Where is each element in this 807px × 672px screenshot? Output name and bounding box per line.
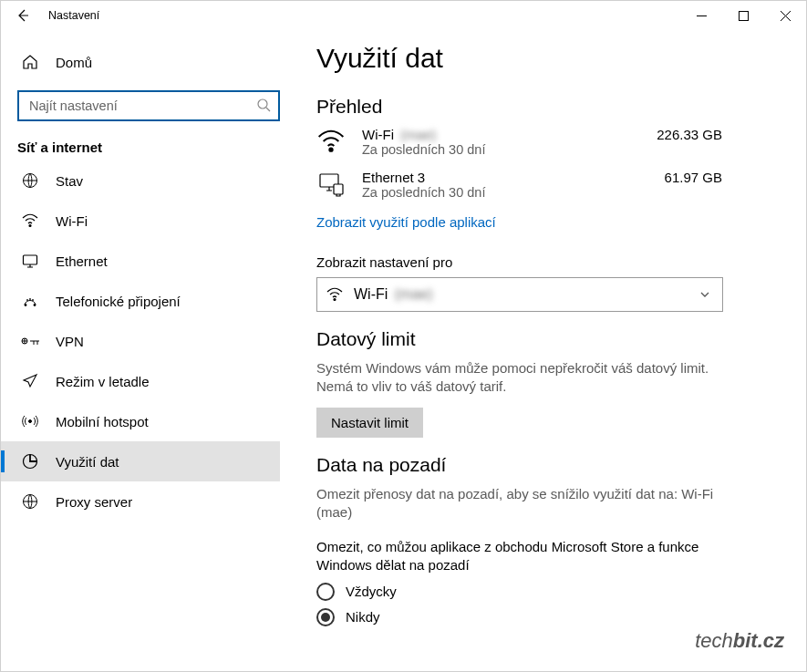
- overview-name: Wi-Fi (mae): [362, 127, 640, 142]
- home-icon: [21, 53, 39, 71]
- data-limit-desc: Systém Windows vám může pomoci nepřekroč…: [316, 359, 727, 397]
- svg-rect-4: [24, 255, 37, 264]
- maximize-icon: [739, 11, 749, 21]
- svg-point-9: [33, 300, 34, 301]
- ethernet-icon: [21, 252, 39, 270]
- data-limit-heading: Datový limit: [316, 328, 786, 350]
- sidebar-item-proxy[interactable]: Proxy server: [17, 481, 295, 522]
- sidebar-item-datausage[interactable]: Využití dat: [1, 441, 280, 481]
- overview-row-wifi: Wi-Fi (mae) Za posledních 30 dní 226.33 …: [316, 127, 786, 157]
- per-app-usage-link[interactable]: Zobrazit využití podle aplikací: [316, 214, 496, 230]
- sidebar-item-label: Ethernet: [56, 253, 108, 269]
- svg-point-6: [34, 305, 36, 306]
- search-input[interactable]: [17, 90, 280, 121]
- vpn-icon: [21, 332, 39, 350]
- background-data-heading: Data na pozadí: [316, 454, 786, 476]
- sidebar-item-label: Telefonické připojení: [56, 294, 181, 309]
- dialup-icon: [21, 292, 39, 310]
- network-dropdown[interactable]: Wi-Fi (mae): [316, 277, 723, 312]
- radio-always[interactable]: Vždycky: [316, 583, 786, 601]
- overview-value: 226.33 GB: [657, 127, 786, 142]
- sidebar-item-label: Stav: [56, 173, 83, 189]
- sidebar-item-label: Proxy server: [56, 494, 132, 510]
- svg-point-3: [29, 225, 31, 227]
- minimize-icon: [697, 11, 707, 21]
- sidebar-item-home[interactable]: Domů: [17, 45, 295, 79]
- sidebar-item-label: Režim v letadle: [56, 374, 150, 389]
- sidebar-item-vpn[interactable]: VPN: [17, 321, 295, 361]
- overview-value: 61.97 GB: [665, 170, 786, 185]
- svg-point-14: [329, 149, 332, 151]
- main-content: Využití dat Přehled Wi-Fi (mae) Za posle…: [295, 30, 806, 671]
- window-controls: [680, 1, 806, 30]
- overview-name: Ethernet 3: [362, 170, 648, 185]
- maximize-button[interactable]: [722, 1, 764, 30]
- svg-rect-0: [739, 11, 748, 20]
- svg-point-11: [29, 420, 32, 423]
- globe-icon: [21, 171, 39, 190]
- wifi-icon: [316, 127, 346, 156]
- ethernet-lg-icon: [316, 170, 346, 199]
- datausage-icon: [21, 452, 39, 470]
- background-limit-label: Omezit, co můžou aplikace z obchodu Micr…: [316, 538, 718, 575]
- svg-point-8: [27, 300, 28, 301]
- close-button[interactable]: [764, 1, 806, 30]
- overview-sub: Za posledních 30 dní: [362, 142, 640, 157]
- hotspot-icon: [21, 412, 39, 430]
- overview-sub: Za posledních 30 dní: [362, 185, 648, 200]
- svg-rect-16: [334, 184, 343, 194]
- sidebar-item-airplane[interactable]: Režim v letadle: [17, 361, 295, 401]
- show-settings-for-label: Zobrazit nastavení pro: [316, 254, 786, 270]
- set-limit-button[interactable]: Nastavit limit: [316, 408, 423, 438]
- sidebar-category: Síť a internet: [17, 140, 295, 155]
- svg-point-5: [25, 305, 26, 306]
- svg-point-17: [334, 299, 336, 301]
- sidebar-item-label: Mobilní hotspot: [56, 414, 149, 429]
- sidebar-item-label: Wi-Fi: [56, 213, 88, 229]
- page-title: Využití dat: [316, 43, 786, 74]
- blurred-ssid: (mae): [398, 127, 439, 142]
- sidebar-item-label: Využití dat: [56, 454, 119, 470]
- overview-heading: Přehled: [316, 96, 786, 118]
- window-title: Nastavení: [48, 9, 99, 22]
- blurred-ssid: (mae): [392, 286, 436, 303]
- back-button[interactable]: [10, 3, 36, 28]
- radio-label: Vždycky: [346, 584, 397, 599]
- arrow-left-icon: [16, 8, 30, 23]
- wifi-icon: [326, 286, 343, 303]
- minimize-button[interactable]: [680, 1, 722, 30]
- dropdown-value: Wi-Fi (mae): [354, 286, 436, 303]
- sidebar-item-status[interactable]: Stav: [17, 160, 295, 201]
- proxy-icon: [21, 492, 39, 511]
- svg-point-1: [258, 99, 267, 109]
- sidebar-item-label: Domů: [56, 55, 92, 70]
- radio-label: Nikdy: [346, 609, 380, 625]
- sidebar-item-label: VPN: [56, 334, 84, 349]
- background-data-desc: Omezit přenosy dat na pozadí, aby se sní…: [316, 485, 727, 522]
- watermark: techbit.cz: [695, 629, 784, 653]
- search-field[interactable]: [17, 90, 280, 121]
- radio-never[interactable]: Nikdy: [316, 608, 786, 626]
- chevron-down-icon: [698, 288, 711, 301]
- search-icon: [256, 98, 271, 112]
- titlebar: Nastavení: [1, 1, 806, 30]
- close-icon: [781, 11, 791, 21]
- sidebar: Domů Síť a internet Stav Wi-Fi Ethernet …: [1, 30, 295, 671]
- radio-icon: [316, 583, 335, 601]
- radio-icon: [316, 608, 335, 626]
- sidebar-item-wifi[interactable]: Wi-Fi: [17, 201, 295, 241]
- wifi-icon: [21, 212, 39, 230]
- overview-row-ethernet: Ethernet 3 Za posledních 30 dní 61.97 GB: [316, 170, 786, 200]
- sidebar-item-dialup[interactable]: Telefonické připojení: [17, 281, 295, 321]
- airplane-icon: [21, 372, 39, 390]
- svg-point-7: [30, 299, 31, 300]
- sidebar-item-ethernet[interactable]: Ethernet: [17, 241, 295, 281]
- sidebar-item-hotspot[interactable]: Mobilní hotspot: [17, 401, 295, 441]
